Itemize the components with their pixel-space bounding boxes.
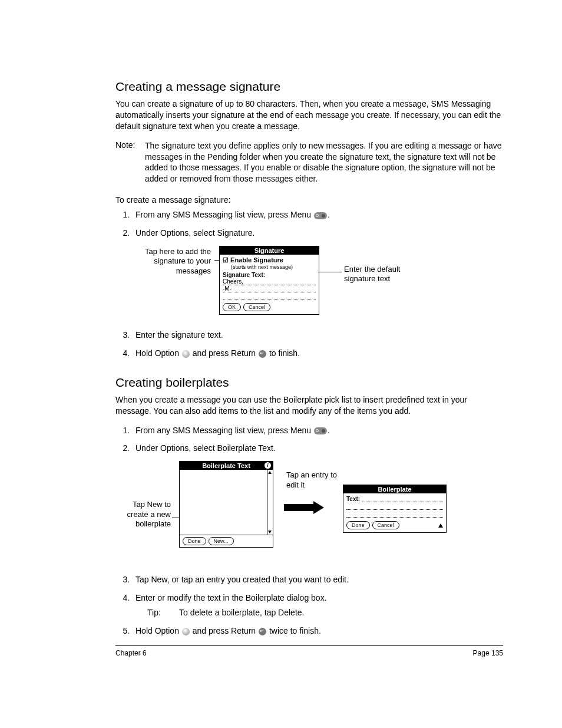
- boilerplate-list[interactable]: [180, 470, 267, 535]
- boilerplate-edit-dialog: Boilerplate Text: Done Cancel: [343, 485, 447, 533]
- boilerplate-diagram: Tap New to create a new boilerplate Boil…: [115, 461, 503, 567]
- steps-signature: From any SMS Messaging list view, press …: [115, 209, 503, 239]
- scrollbar[interactable]: [267, 470, 273, 535]
- steps-boilerplate-cont: Tap New, or tap an entry you created tha…: [115, 574, 503, 637]
- bp-edit-title: Boilerplate: [343, 485, 446, 493]
- tip-body: To delete a boilerplate, tap Delete.: [179, 607, 304, 618]
- document-page: Creating a message signature You can cre…: [0, 0, 562, 728]
- signature-dialog: Signature ☑ Enable Signature (starts wit…: [219, 246, 319, 315]
- enable-signature-subtext: (starts with next message): [231, 264, 316, 270]
- steps-boilerplate: From any SMS Messaging list view, press …: [115, 425, 503, 454]
- signature-text-line3[interactable]: [223, 292, 316, 299]
- note-row: Note: The signature text you define appl…: [115, 140, 503, 185]
- page-footer: Chapter 6 Page 135: [115, 645, 503, 657]
- signature-text-line2[interactable]: -M-: [223, 285, 316, 292]
- footer-chapter: Chapter 6: [115, 649, 147, 657]
- intro-boilerplates: When you create a message you can use th…: [115, 394, 503, 417]
- text-field-line3[interactable]: [346, 511, 443, 518]
- bp-callout-tap: Tap an entry to edit it: [286, 470, 345, 490]
- bp-step-3: Tap New, or tap an entry you created tha…: [132, 574, 503, 585]
- step-2: Under Options, select Signature.: [132, 228, 503, 239]
- signature-text-label: Signature Text:: [223, 272, 316, 278]
- note-body: The signature text you define applies on…: [145, 140, 503, 185]
- info-icon[interactable]: i: [265, 462, 271, 469]
- callout-right: Enter the default signature text: [344, 265, 427, 284]
- enable-signature-checkbox[interactable]: ☑ Enable Signature: [223, 256, 316, 264]
- tip-label: Tip:: [147, 607, 179, 618]
- cancel-button-2[interactable]: Cancel: [372, 521, 399, 529]
- text-field-line2[interactable]: [346, 503, 443, 510]
- bp-step-4: Enter or modify the text in the Boilerpl…: [132, 592, 503, 618]
- step-1: From any SMS Messaging list view, press …: [132, 209, 503, 220]
- bp-callout-left: Tap New to create a new boilerplate: [112, 500, 171, 529]
- signature-text-line1[interactable]: Cheers,: [223, 278, 316, 285]
- heading-boilerplates: Creating boilerplates: [115, 375, 503, 390]
- menu-icon: [314, 427, 327, 434]
- new-button[interactable]: New...: [209, 537, 234, 545]
- option-icon: [182, 628, 190, 635]
- bp-dialog-title: Boilerplate Text i: [180, 462, 273, 470]
- callout-left: Tap here to add the signature to your me…: [128, 247, 211, 276]
- note-label: Note:: [115, 140, 145, 185]
- return-icon: [259, 628, 266, 635]
- boilerplate-text-dialog: Boilerplate Text i Done New...: [179, 461, 273, 548]
- callout-line-right: [318, 272, 342, 272]
- bp-step-5: Hold Option and press Return twice to fi…: [132, 625, 503, 637]
- cancel-button[interactable]: Cancel: [243, 303, 270, 311]
- steps-signature-cont: Enter the signature text. Hold Option an…: [115, 330, 503, 359]
- tip-row: Tip: To delete a boilerplate, tap Delete…: [147, 607, 503, 618]
- option-icon: [182, 350, 190, 358]
- step-4: Hold Option and press Return to finish.: [132, 348, 503, 359]
- return-icon: [259, 350, 266, 358]
- subhead-create-signature: To create a message signature:: [115, 195, 503, 205]
- shift-up-icon[interactable]: [438, 523, 443, 528]
- text-label: Text:: [346, 496, 360, 502]
- arrow-icon: [284, 501, 325, 514]
- done-button[interactable]: Done: [183, 537, 206, 545]
- bp-step-2: Under Options, select Boilerplate Text.: [132, 443, 503, 454]
- menu-icon: [314, 212, 327, 219]
- dialog-title: Signature: [220, 246, 319, 255]
- ok-button[interactable]: OK: [223, 303, 241, 311]
- heading-signature: Creating a message signature: [115, 80, 503, 94]
- step-3: Enter the signature text.: [132, 330, 503, 341]
- intro-signature: You can create a signature of up to 80 c…: [115, 98, 503, 132]
- text-field-line1[interactable]: [362, 496, 443, 502]
- footer-page: Page 135: [473, 649, 503, 657]
- signature-diagram: Tap here to add the signature to your me…: [115, 246, 503, 322]
- bp-step-1: From any SMS Messaging list view, press …: [132, 425, 503, 436]
- done-button-2[interactable]: Done: [346, 521, 370, 529]
